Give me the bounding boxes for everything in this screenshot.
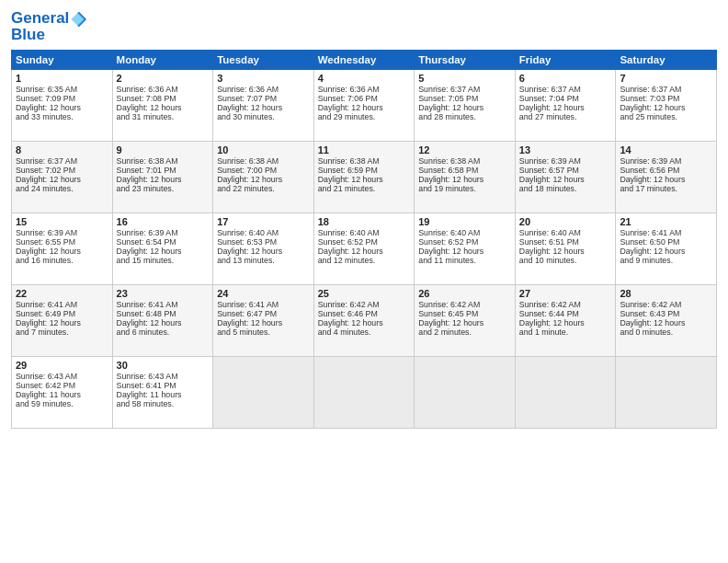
cell-text: Sunrise: 6:40 AM bbox=[418, 228, 511, 237]
calendar-cell: 7Sunrise: 6:37 AMSunset: 7:03 PMDaylight… bbox=[616, 69, 717, 141]
cell-text: Sunset: 6:46 PM bbox=[318, 309, 411, 318]
week-row-1: 1Sunrise: 6:35 AMSunset: 7:09 PMDaylight… bbox=[12, 69, 717, 141]
cell-text: Sunrise: 6:43 AM bbox=[117, 372, 210, 381]
cell-text: Sunrise: 6:41 AM bbox=[620, 228, 712, 237]
cell-text: Sunrise: 6:40 AM bbox=[519, 228, 612, 237]
calendar-cell: 30Sunrise: 6:43 AMSunset: 6:41 PMDayligh… bbox=[112, 356, 213, 428]
day-number: 6 bbox=[519, 73, 612, 84]
cell-text: Daylight: 12 hours bbox=[620, 247, 712, 256]
cell-text: Sunrise: 6:42 AM bbox=[620, 300, 712, 309]
day-header-friday: Friday bbox=[515, 50, 616, 69]
cell-text: Sunset: 6:56 PM bbox=[620, 166, 712, 175]
cell-text: Daylight: 12 hours bbox=[217, 103, 310, 112]
cell-text: Sunset: 6:52 PM bbox=[418, 237, 511, 247]
cell-text: Daylight: 12 hours bbox=[519, 175, 612, 184]
cell-text: and 25 minutes. bbox=[620, 112, 712, 121]
calendar-cell bbox=[213, 356, 314, 428]
day-number: 20 bbox=[519, 216, 612, 227]
day-number: 11 bbox=[318, 144, 411, 155]
calendar-cell: 3Sunrise: 6:36 AMSunset: 7:07 PMDaylight… bbox=[213, 69, 314, 141]
day-number: 3 bbox=[217, 73, 310, 84]
cell-text: Sunset: 6:53 PM bbox=[217, 237, 310, 247]
cell-text: Daylight: 12 hours bbox=[16, 318, 108, 327]
calendar-cell bbox=[515, 356, 616, 428]
day-number: 5 bbox=[418, 73, 511, 84]
calendar-cell: 8Sunrise: 6:37 AMSunset: 7:02 PMDaylight… bbox=[12, 141, 113, 213]
cell-text: Daylight: 12 hours bbox=[418, 175, 511, 184]
cell-text: Daylight: 12 hours bbox=[620, 175, 712, 184]
cell-text: Daylight: 12 hours bbox=[117, 103, 210, 112]
cell-text: Sunrise: 6:41 AM bbox=[16, 300, 108, 309]
header: General Blue bbox=[11, 9, 717, 44]
cell-text: Sunrise: 6:39 AM bbox=[117, 228, 210, 237]
calendar-cell: 12Sunrise: 6:38 AMSunset: 6:58 PMDayligh… bbox=[415, 141, 516, 213]
day-number: 19 bbox=[418, 216, 511, 227]
day-number: 30 bbox=[117, 360, 210, 371]
cell-text: Daylight: 12 hours bbox=[318, 103, 411, 112]
cell-text: Sunrise: 6:37 AM bbox=[16, 156, 108, 166]
cell-text: Sunrise: 6:41 AM bbox=[117, 300, 210, 309]
calendar-cell: 20Sunrise: 6:40 AMSunset: 6:51 PMDayligh… bbox=[515, 213, 616, 284]
calendar-table: SundayMondayTuesdayWednesdayThursdayFrid… bbox=[11, 50, 717, 429]
cell-text: Sunrise: 6:38 AM bbox=[217, 156, 310, 166]
calendar-cell: 9Sunrise: 6:38 AMSunset: 7:01 PMDaylight… bbox=[112, 141, 213, 213]
week-row-2: 8Sunrise: 6:37 AMSunset: 7:02 PMDaylight… bbox=[12, 141, 717, 213]
calendar-cell: 19Sunrise: 6:40 AMSunset: 6:52 PMDayligh… bbox=[415, 213, 516, 284]
calendar-cell: 16Sunrise: 6:39 AMSunset: 6:54 PMDayligh… bbox=[112, 213, 213, 284]
cell-text: Daylight: 12 hours bbox=[519, 247, 612, 256]
calendar-cell: 15Sunrise: 6:39 AMSunset: 6:55 PMDayligh… bbox=[12, 213, 113, 284]
calendar-cell: 24Sunrise: 6:41 AMSunset: 6:47 PMDayligh… bbox=[213, 284, 314, 356]
cell-text: and 1 minute. bbox=[519, 327, 612, 337]
calendar-cell: 14Sunrise: 6:39 AMSunset: 6:56 PMDayligh… bbox=[616, 141, 717, 213]
cell-text: Sunset: 6:58 PM bbox=[418, 166, 511, 175]
day-header-saturday: Saturday bbox=[616, 50, 717, 69]
cell-text: and 27 minutes. bbox=[519, 112, 612, 121]
calendar-cell bbox=[415, 356, 516, 428]
cell-text: and 23 minutes. bbox=[117, 184, 210, 193]
calendar-cell: 21Sunrise: 6:41 AMSunset: 6:50 PMDayligh… bbox=[616, 213, 717, 284]
cell-text: Sunrise: 6:43 AM bbox=[16, 372, 108, 381]
cell-text: and 18 minutes. bbox=[519, 184, 612, 193]
cell-text: and 17 minutes. bbox=[620, 184, 712, 193]
logo-blue: Blue bbox=[11, 26, 87, 44]
cell-text: Sunset: 6:45 PM bbox=[418, 309, 511, 318]
cell-text: Sunset: 6:59 PM bbox=[318, 166, 411, 175]
day-number: 15 bbox=[16, 216, 108, 227]
cell-text: Sunset: 7:08 PM bbox=[117, 94, 210, 103]
cell-text: and 21 minutes. bbox=[318, 184, 411, 193]
cell-text: and 13 minutes. bbox=[217, 256, 310, 265]
cell-text: Daylight: 12 hours bbox=[418, 318, 511, 327]
cell-text: Sunrise: 6:36 AM bbox=[318, 85, 411, 94]
cell-text: and 33 minutes. bbox=[16, 112, 108, 121]
calendar-cell: 17Sunrise: 6:40 AMSunset: 6:53 PMDayligh… bbox=[213, 213, 314, 284]
cell-text: and 29 minutes. bbox=[318, 112, 411, 121]
cell-text: and 30 minutes. bbox=[217, 112, 310, 121]
cell-text: Sunset: 7:00 PM bbox=[217, 166, 310, 175]
day-number: 12 bbox=[418, 144, 511, 155]
cell-text: Sunset: 6:41 PM bbox=[117, 381, 210, 390]
cell-text: and 24 minutes. bbox=[16, 184, 108, 193]
cell-text: Sunset: 6:47 PM bbox=[217, 309, 310, 318]
day-number: 22 bbox=[16, 288, 108, 299]
day-number: 8 bbox=[16, 144, 108, 155]
cell-text: Sunset: 7:05 PM bbox=[418, 94, 511, 103]
cell-text: Sunrise: 6:42 AM bbox=[418, 300, 511, 309]
cell-text: Daylight: 12 hours bbox=[117, 175, 210, 184]
cell-text: Sunrise: 6:36 AM bbox=[217, 85, 310, 94]
day-number: 14 bbox=[620, 144, 712, 155]
cell-text: Sunrise: 6:41 AM bbox=[217, 300, 310, 309]
cell-text: Sunset: 7:06 PM bbox=[318, 94, 411, 103]
cell-text: Daylight: 12 hours bbox=[318, 247, 411, 256]
cell-text: and 58 minutes. bbox=[117, 399, 210, 408]
cell-text: Sunrise: 6:42 AM bbox=[318, 300, 411, 309]
cell-text: and 59 minutes. bbox=[16, 399, 108, 408]
calendar-cell: 13Sunrise: 6:39 AMSunset: 6:57 PMDayligh… bbox=[515, 141, 616, 213]
cell-text: Sunrise: 6:38 AM bbox=[117, 156, 210, 166]
cell-text: Sunset: 7:03 PM bbox=[620, 94, 712, 103]
day-number: 1 bbox=[16, 73, 108, 84]
calendar-cell: 18Sunrise: 6:40 AMSunset: 6:52 PMDayligh… bbox=[313, 213, 415, 284]
cell-text: Sunset: 7:04 PM bbox=[519, 94, 612, 103]
calendar-container: General Blue SundayMondayTuesdayWednesda… bbox=[0, 0, 728, 436]
day-header-sunday: Sunday bbox=[12, 50, 113, 69]
day-number: 7 bbox=[620, 73, 712, 84]
